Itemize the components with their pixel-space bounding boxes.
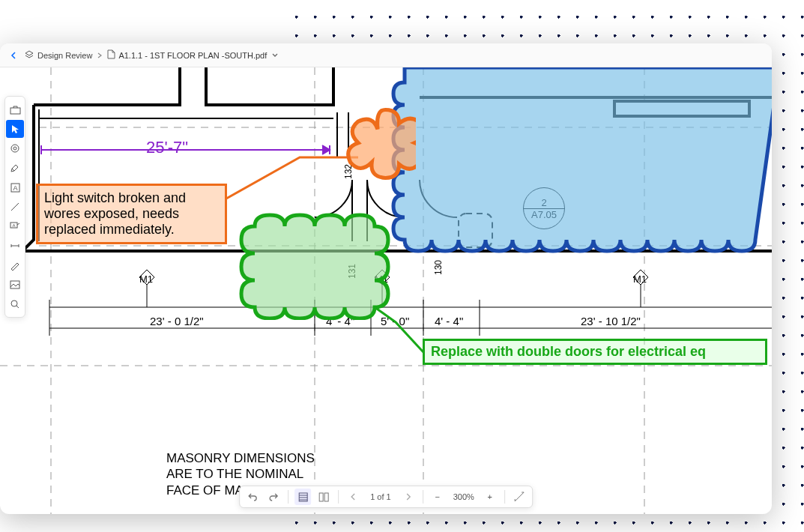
- zoom-out-button[interactable]: −: [429, 489, 446, 505]
- cloud-blue[interactable]: [390, 67, 772, 285]
- page-indicator: 1 of 1: [366, 492, 396, 501]
- bottom-toolbar: 1 of 1 − 300% +: [239, 486, 533, 508]
- zoom-in-button[interactable]: +: [482, 489, 498, 505]
- svg-rect-7: [10, 281, 19, 288]
- svg-rect-33: [319, 493, 323, 501]
- chevron-right-icon: [97, 51, 103, 60]
- svg-point-8: [11, 300, 17, 306]
- select-tool[interactable]: [6, 120, 24, 138]
- svg-text:A: A: [13, 184, 17, 192]
- next-page-button[interactable]: [400, 489, 417, 505]
- dim-purple: 25'-7": [146, 138, 188, 157]
- cloud-green[interactable]: [236, 211, 393, 320]
- header-bar: Design Review A1.1.1 - 1ST FLOOR PLAN -S…: [0, 43, 772, 67]
- marker-m1-a: M1: [139, 273, 153, 285]
- callout-tool[interactable]: A: [5, 217, 25, 236]
- breadcrumb-title[interactable]: Design Review: [37, 51, 92, 60]
- search-tool[interactable]: [5, 294, 25, 314]
- redo-button[interactable]: [265, 489, 282, 505]
- gear-tool[interactable]: [5, 139, 25, 158]
- text-tool[interactable]: A: [5, 178, 25, 197]
- green-note-text: Replace with double doors for electrical…: [431, 344, 706, 359]
- drawing-canvas[interactable]: 2 A7.05 Light switch broken and wores ex…: [0, 67, 772, 514]
- paint-tool[interactable]: [5, 158, 25, 178]
- svg-rect-34: [324, 493, 328, 501]
- line-tool[interactable]: [5, 197, 25, 217]
- file-icon: [107, 49, 115, 61]
- pdf-viewer-window: Design Review A1.1.1 - 1ST FLOOR PLAN -S…: [0, 43, 772, 514]
- compare-button[interactable]: [315, 489, 332, 505]
- ruler-button[interactable]: [511, 489, 528, 505]
- layers-icon: [24, 49, 34, 61]
- toolbox-tool[interactable]: [5, 100, 25, 119]
- svg-text:A: A: [12, 223, 15, 228]
- file-name[interactable]: A1.1.1 - 1ST FLOOR PLAN -SOUTH.pdf: [118, 51, 267, 60]
- image-tool[interactable]: [5, 275, 25, 294]
- cloud-orange[interactable]: [333, 103, 416, 186]
- svg-point-2: [13, 147, 16, 150]
- svg-point-1: [11, 145, 19, 152]
- thumbnails-button[interactable]: [294, 489, 311, 505]
- dim-4: 4' - 4": [435, 315, 463, 327]
- annotation-green-note[interactable]: Replace with double doors for electrical…: [423, 339, 767, 365]
- orange-note-text: Light switch broken and wores exposed, n…: [44, 190, 186, 237]
- annotation-orange-note[interactable]: Light switch broken and wores exposed, n…: [36, 184, 227, 244]
- tool-sidebar: A A: [4, 96, 25, 318]
- dim-1: 23' - 0 1/2": [150, 315, 204, 327]
- zoom-level: 300%: [450, 492, 477, 501]
- back-button[interactable]: [6, 48, 21, 63]
- svg-rect-0: [10, 108, 20, 114]
- dim-5: 23' - 10 1/2": [581, 315, 641, 327]
- undo-button[interactable]: [244, 489, 261, 505]
- chevron-down-icon[interactable]: [271, 51, 279, 60]
- measure-tool[interactable]: [5, 236, 25, 256]
- prev-page-button[interactable]: [345, 489, 361, 505]
- pen-tool[interactable]: [5, 256, 25, 275]
